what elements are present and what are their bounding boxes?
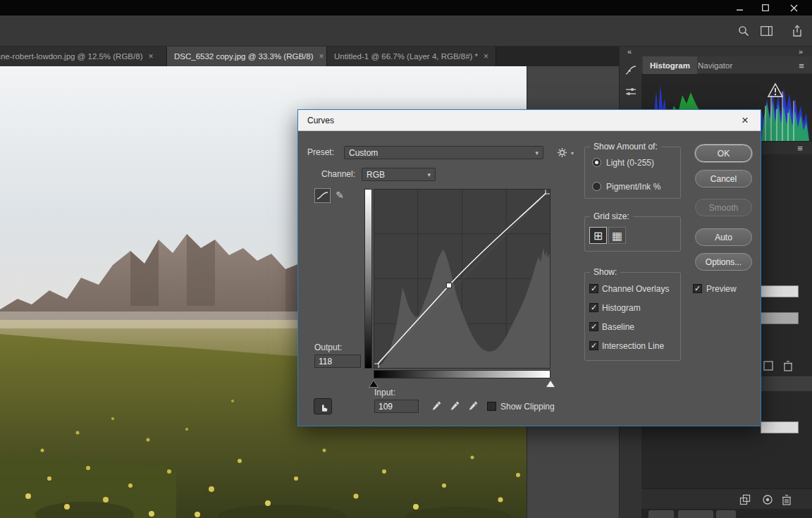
pigment-radio-label: Pigment/Ink % — [606, 182, 660, 192]
ok-button[interactable]: OK — [695, 144, 752, 162]
search-icon[interactable] — [737, 25, 750, 37]
document-tab[interactable]: lane-robert-lowdon.jpg @ 12.5% (RGB/8) × — [0, 47, 167, 66]
show-clipping-label: Show Clipping — [500, 402, 555, 412]
document-tabbar: lane-robert-lowdon.jpg @ 12.5% (RGB/8) ×… — [0, 47, 619, 66]
preset-options-gear-icon[interactable] — [556, 147, 567, 158]
dialog-close-icon[interactable]: × — [735, 110, 755, 131]
channel-value: RGB — [367, 170, 385, 180]
channel-overlays-label: Channel Overlays — [602, 284, 669, 294]
channel-overlays-checkbox[interactable]: ✓ — [589, 284, 598, 293]
panel-field[interactable] — [761, 421, 799, 433]
collapse-panels-icon[interactable]: « — [622, 47, 636, 56]
curve-plot[interactable] — [374, 189, 550, 369]
panel-footer — [641, 488, 812, 509]
show-clipping-checkbox[interactable] — [487, 402, 496, 411]
window-minimize-button[interactable] — [730, 0, 750, 16]
panel-field[interactable] — [761, 312, 799, 324]
preview-checkbox[interactable]: ✓ — [693, 284, 702, 293]
intersection-line-label: Intersection Line — [602, 341, 664, 351]
preview-label: Preview — [706, 284, 737, 294]
dialog-body: Preset: Custom ▾ ▾ Channel: RGB ▾ ✎ — [298, 131, 761, 426]
grid-size-group: Grid size: ⊞ ▦ — [584, 216, 681, 252]
adjustment-panel-icon[interactable] — [624, 63, 638, 78]
input-label: Input: — [374, 388, 395, 397]
tab-histogram[interactable]: Histogram — [643, 56, 697, 74]
black-point-eyedropper-icon[interactable] — [431, 400, 442, 411]
document-tab-label: DSC_6532 copy.jpg @ 33.3% (RGB/8) — [174, 52, 313, 61]
channel-label: Channel: — [321, 169, 355, 179]
input-field[interactable] — [374, 400, 419, 413]
document-tab[interactable]: Untitled-1 @ 66.7% (Layer 4, RGB/8#) * × — [327, 47, 496, 66]
panel-tab-row: Histogram Navigator ≡ — [641, 56, 812, 74]
dialog-title: Curves — [307, 116, 334, 125]
window-titlebar — [0, 0, 812, 16]
channel-dropdown[interactable]: RGB ▾ — [362, 168, 436, 181]
show-amount-group: Show Amount of: Light (0-255) Pigment/In… — [584, 147, 681, 199]
smooth-button: Smooth — [695, 199, 752, 216]
window-close-button[interactable] — [782, 0, 805, 16]
histogram-checkbox[interactable]: ✓ — [589, 303, 598, 312]
options-bar — [0, 16, 812, 47]
baseline-label: Baseline — [602, 322, 634, 332]
tab-close-icon[interactable]: × — [484, 51, 488, 61]
input-gradient-ramp — [374, 370, 550, 378]
output-gradient-ramp — [364, 189, 372, 369]
tab-close-icon[interactable]: × — [148, 51, 153, 61]
auto-button[interactable]: Auto — [695, 228, 752, 246]
tab-navigator-label: Navigator — [698, 61, 732, 70]
grid-size-label: Grid size: — [590, 211, 633, 221]
output-label: Output: — [314, 343, 342, 352]
dialog-titlebar[interactable]: Curves × — [298, 110, 761, 131]
targeted-adjustment-button[interactable] — [314, 398, 332, 414]
thumbnail-icon[interactable] — [763, 360, 774, 371]
light-radio-label: Light (0-255) — [606, 158, 654, 168]
histogram-warning-icon[interactable] — [767, 82, 784, 99]
trash-icon[interactable] — [782, 359, 794, 372]
panel-menu-icon[interactable]: ≡ — [794, 143, 806, 154]
grid-coarse-button[interactable]: ⊞ — [589, 227, 607, 244]
window-maximize-button[interactable] — [756, 0, 775, 16]
output-field[interactable] — [314, 354, 361, 368]
curves-dialog: Curves × Preset: Custom ▾ ▾ Channel: RGB… — [297, 109, 761, 426]
camera-icon[interactable] — [761, 493, 774, 506]
highlight-input-slider[interactable] — [546, 380, 555, 388]
panel-bottom-strip — [641, 509, 812, 518]
chevron-down-icon: ▾ — [569, 149, 576, 156]
preset-value: Custom — [349, 148, 378, 158]
tab-navigator[interactable]: Navigator — [691, 56, 739, 74]
collapse-panels-icon[interactable]: » — [794, 47, 808, 56]
bottom-tab-stub[interactable] — [678, 510, 713, 518]
cancel-button[interactable]: Cancel — [695, 170, 752, 187]
bottom-tab-stub[interactable] — [716, 510, 736, 518]
gray-point-eyedropper-icon[interactable] — [449, 400, 460, 411]
show-label: Show: — [590, 267, 620, 277]
photoshop-window: lane-robert-lowdon.jpg @ 12.5% (RGB/8) ×… — [0, 0, 812, 518]
show-amount-label: Show Amount of: — [590, 142, 661, 152]
intersection-line-checkbox[interactable]: ✓ — [589, 341, 598, 350]
baseline-checkbox[interactable]: ✓ — [589, 322, 598, 331]
tab-histogram-label: Histogram — [650, 61, 690, 70]
grid-fine-button[interactable]: ▦ — [608, 227, 626, 244]
white-point-eyedropper-icon[interactable] — [467, 400, 479, 411]
curve-point-mode-button[interactable] — [314, 188, 331, 203]
tab-close-icon[interactable]: × — [319, 51, 324, 61]
share-icon[interactable] — [791, 24, 804, 38]
sliders-panel-icon[interactable] — [624, 85, 638, 99]
preset-dropdown[interactable]: Custom ▾ — [344, 146, 543, 159]
pigment-radio[interactable] — [592, 182, 601, 191]
show-group: Show: ✓ Channel Overlays ✓ Histogram ✓ B… — [584, 272, 681, 361]
shadow-input-slider[interactable] — [369, 380, 379, 388]
light-radio[interactable] — [592, 158, 601, 167]
options-button[interactable]: Options... — [695, 253, 752, 271]
bottom-tab-stub[interactable] — [648, 510, 674, 518]
document-tab-label: lane-robert-lowdon.jpg @ 12.5% (RGB/8) — [0, 52, 142, 61]
panel-field[interactable] — [761, 285, 799, 297]
preset-label: Preset: — [307, 147, 334, 157]
document-tab[interactable]: DSC_6532 copy.jpg @ 33.3% (RGB/8) × — [167, 47, 327, 66]
workspace-icon[interactable] — [760, 25, 773, 37]
panel-menu-icon[interactable]: ≡ — [795, 60, 808, 71]
overlap-squares-icon[interactable] — [739, 493, 751, 506]
document-tab-label: Untitled-1 @ 66.7% (Layer 4, RGB/8#) * — [334, 52, 478, 61]
trash-icon[interactable] — [781, 493, 792, 506]
pencil-mode-icon[interactable]: ✎ — [333, 189, 346, 202]
